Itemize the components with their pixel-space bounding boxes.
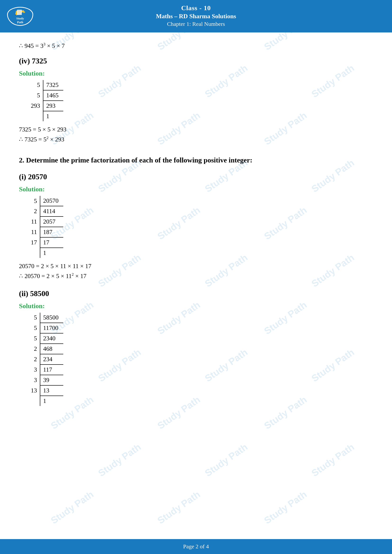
dividend-cell: 1 bbox=[43, 111, 63, 121]
divisor-cell: 3 bbox=[26, 375, 40, 385]
table-row: 5 1465 bbox=[26, 90, 63, 101]
equation-i-2: ∴ 20570 = 2 × 5 × 112 × 17 bbox=[19, 272, 373, 280]
divisor-cell: 2 bbox=[26, 206, 40, 216]
dividend-cell: 293 bbox=[43, 101, 63, 111]
table-row: 11 2057 bbox=[26, 216, 63, 227]
division-table-iv: 5 7325 5 1465 293 293 1 bbox=[26, 80, 63, 121]
divisor-cell: 5 bbox=[26, 196, 40, 206]
table-row: 1 bbox=[26, 248, 63, 258]
divisor-cell: 11 bbox=[26, 216, 40, 227]
solution-iv-label: Solution: bbox=[19, 70, 373, 77]
dividend-cell: 117 bbox=[40, 365, 63, 375]
page-number: Page 2 of 4 bbox=[183, 543, 209, 549]
page-footer: Page 2 of 4 bbox=[0, 539, 392, 554]
table-row: 17 17 bbox=[26, 237, 63, 248]
dividend-cell: 13 bbox=[40, 385, 63, 396]
problem-i-title: (i) 20570 bbox=[19, 173, 373, 181]
table-row: 13 13 bbox=[26, 385, 63, 396]
page-header: Study Path Class - 10 Maths – RD Sharma … bbox=[0, 0, 392, 32]
divisor-cell: 5 bbox=[26, 333, 40, 344]
dividend-cell: 468 bbox=[40, 344, 63, 354]
divisor-cell: 17 bbox=[26, 237, 40, 248]
logo-text: Study Path bbox=[16, 17, 24, 24]
divisor-cell bbox=[26, 111, 43, 121]
table-row: 3 117 bbox=[26, 365, 63, 375]
table-row: 1 bbox=[26, 111, 63, 121]
dividend-cell: 1 bbox=[40, 248, 63, 258]
dividend-cell: 7325 bbox=[43, 80, 63, 90]
divisor-cell: 2 bbox=[26, 344, 40, 354]
dividend-cell: 11700 bbox=[40, 323, 63, 333]
header-class: Class - 10 bbox=[5, 4, 387, 12]
equation-iv-2: ∴ 7325 = 52 × 293 bbox=[19, 135, 373, 143]
table-row: 5 7325 bbox=[26, 80, 63, 90]
division-table-ii: 5 58500 5 11700 5 2340 2 468 2 234 3 117 bbox=[26, 313, 63, 406]
divisor-cell: 2 bbox=[26, 354, 40, 365]
equation-iv-1: 7325 = 5 × 5 × 293 bbox=[19, 126, 373, 133]
dividend-cell: 2340 bbox=[40, 333, 63, 344]
svg-rect-3 bbox=[17, 10, 22, 15]
divisor-cell: 293 bbox=[26, 101, 43, 111]
problem-iv-title: (iv) 7325 bbox=[19, 57, 373, 65]
divisor-cell: 5 bbox=[26, 90, 43, 101]
section-i: (i) 20570 Solution: 5 20570 2 4114 11 20… bbox=[19, 173, 373, 280]
divisor-cell: 11 bbox=[26, 227, 40, 237]
dividend-cell: 1 bbox=[40, 396, 63, 406]
table-row: 5 11700 bbox=[26, 323, 63, 333]
table-row: 2 468 bbox=[26, 344, 63, 354]
dividend-cell: 17 bbox=[40, 237, 63, 248]
table-row: 3 39 bbox=[26, 375, 63, 385]
dividend-cell: 4114 bbox=[40, 206, 63, 216]
dividend-cell: 1465 bbox=[43, 90, 63, 101]
divisor-cell: 13 bbox=[26, 385, 40, 396]
question-2-header: 2. Determine the prime factorization of … bbox=[19, 155, 373, 165]
table-row: 1 bbox=[26, 396, 63, 406]
header-chapter: Chapter 1: Real Numbers bbox=[5, 21, 387, 27]
solution-i-label: Solution: bbox=[19, 186, 373, 193]
division-table-i: 5 20570 2 4114 11 2057 11 187 17 17 1 bbox=[26, 196, 63, 258]
equation-i-1: 20570 = 2 × 5 × 11 × 11 × 17 bbox=[19, 263, 373, 270]
table-row: 5 20570 bbox=[26, 196, 63, 206]
table-row: 293 293 bbox=[26, 101, 63, 111]
logo: Study Path bbox=[7, 7, 33, 26]
section-iv: (iv) 7325 Solution: 5 7325 5 1465 293 29… bbox=[19, 57, 373, 143]
table-row: 2 234 bbox=[26, 354, 63, 365]
table-row: 5 58500 bbox=[26, 313, 63, 323]
divisor-cell: 5 bbox=[26, 80, 43, 90]
dividend-cell: 187 bbox=[40, 227, 63, 237]
table-row: 11 187 bbox=[26, 227, 63, 237]
dividend-cell: 234 bbox=[40, 354, 63, 365]
pencil-icon bbox=[14, 8, 26, 16]
divisor-cell bbox=[26, 248, 40, 258]
solution-ii-label: Solution: bbox=[19, 302, 373, 310]
divisor-cell: 3 bbox=[26, 365, 40, 375]
divisor-cell bbox=[26, 396, 40, 406]
dividend-cell: 39 bbox=[40, 375, 63, 385]
problem-ii-title: (ii) 58500 bbox=[19, 289, 373, 298]
section-ii: (ii) 58500 Solution: 5 58500 5 11700 5 2… bbox=[19, 289, 373, 406]
dividend-cell: 2057 bbox=[40, 216, 63, 227]
header-subject: Maths – RD Sharma Solutions bbox=[5, 13, 387, 20]
dividend-cell: 58500 bbox=[40, 313, 63, 323]
table-row: 5 2340 bbox=[26, 333, 63, 344]
dividend-cell: 20570 bbox=[40, 196, 63, 206]
table-row: 2 4114 bbox=[26, 206, 63, 216]
divisor-cell: 5 bbox=[26, 323, 40, 333]
main-content: ∴ 945 = 33 × 5 × 7 (iv) 7325 Solution: 5… bbox=[0, 32, 392, 551]
divisor-cell: 5 bbox=[26, 313, 40, 323]
intro-line: ∴ 945 = 33 × 5 × 7 bbox=[19, 42, 373, 49]
